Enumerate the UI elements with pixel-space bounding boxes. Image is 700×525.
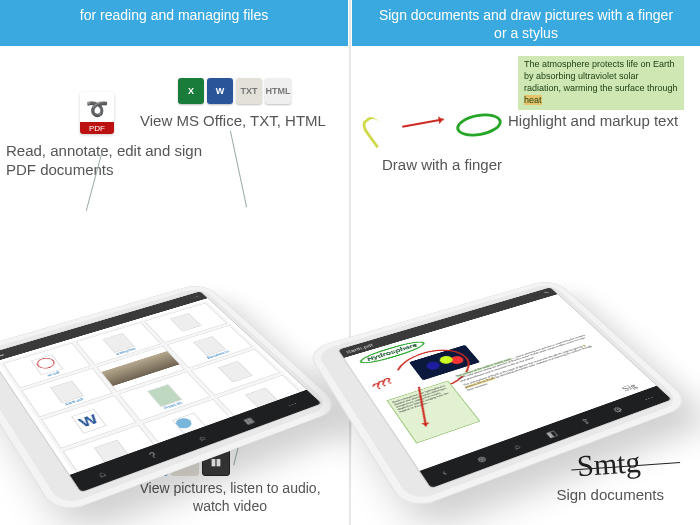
highlight-sample-text: The atmosphere protects life on Earth by…	[524, 59, 678, 93]
back-icon[interactable]: ‹	[434, 466, 454, 479]
sign-caption: Sign documents	[556, 486, 664, 505]
green-oval-icon	[454, 110, 503, 140]
zoom-icon[interactable]: ⊕	[471, 453, 491, 466]
pdf-icon: ➰ PDF	[80, 92, 114, 134]
lead-line	[230, 131, 247, 208]
red-arrow-icon	[402, 118, 444, 127]
phone-screen: •••⋯ err.pdf editing.files Earth.pdf Bio…	[0, 291, 321, 492]
left-panel-header: for reading and managing files	[0, 0, 348, 46]
doc-signature: Sig	[619, 382, 639, 394]
draw-caption: Draw with a finger	[382, 156, 502, 175]
draw-caption-text: Draw with a finger	[382, 156, 502, 173]
bookmark-icon[interactable]: ◧	[542, 428, 561, 440]
more-icon[interactable]: ⋯	[283, 399, 302, 410]
media-caption-text: View pictures, listen to audio, watch vi…	[139, 480, 320, 514]
left-panel-header-text: for reading and managing files	[80, 7, 268, 23]
office-caption-text: View MS Office, TXT, HTML	[140, 112, 326, 129]
feature-panel-files: for reading and managing files ➰ PDF Rea…	[0, 0, 348, 525]
search-icon[interactable]: ⌕	[192, 432, 211, 444]
panel-divider	[349, 0, 351, 525]
word-icon: W	[207, 78, 233, 104]
feature-panel-sign: Sign documents and draw pictures with a …	[352, 0, 700, 525]
question-marks-annotation: ???	[369, 376, 395, 392]
grid-icon[interactable]: ▦	[238, 415, 257, 426]
media-caption: View pictures, listen to audio, watch vi…	[130, 480, 330, 515]
highlight-sample: The atmosphere protects life on Earth by…	[518, 56, 684, 110]
signature-sample: Smtg	[576, 445, 642, 483]
pdf-badge: PDF	[80, 122, 114, 134]
highlight-caption: Highlight and markup text	[508, 112, 678, 131]
search-icon[interactable]: ⌕	[507, 440, 526, 452]
highlight-caption-text: Highlight and markup text	[508, 112, 678, 129]
right-panel-header-text: Sign documents and draw pictures with a …	[379, 7, 673, 41]
office-caption: View MS Office, TXT, HTML	[140, 112, 326, 131]
office-icon-row: X W TXT HTML	[178, 78, 291, 104]
more-icon[interactable]: ⋯	[639, 393, 658, 404]
txt-icon: TXT	[236, 78, 262, 104]
pdf-caption-text: Read, annotate, edit and sign PDF docume…	[6, 142, 202, 178]
excel-icon: X	[178, 78, 204, 104]
gear-icon[interactable]: ⚙	[608, 404, 627, 415]
help-icon[interactable]: ?	[143, 449, 162, 461]
right-panel-header: Sign documents and draw pictures with a …	[352, 0, 700, 46]
html-icon: HTML	[265, 78, 291, 104]
highlight-sample-alt: heat	[524, 95, 542, 105]
share-icon[interactable]: ⇪	[575, 416, 594, 427]
wifi-icon[interactable]: ⌂	[92, 467, 112, 480]
yellow-mark-icon	[359, 114, 391, 149]
pdf-caption: Read, annotate, edit and sign PDF docume…	[6, 142, 226, 180]
sign-caption-text: Sign documents	[556, 486, 664, 503]
